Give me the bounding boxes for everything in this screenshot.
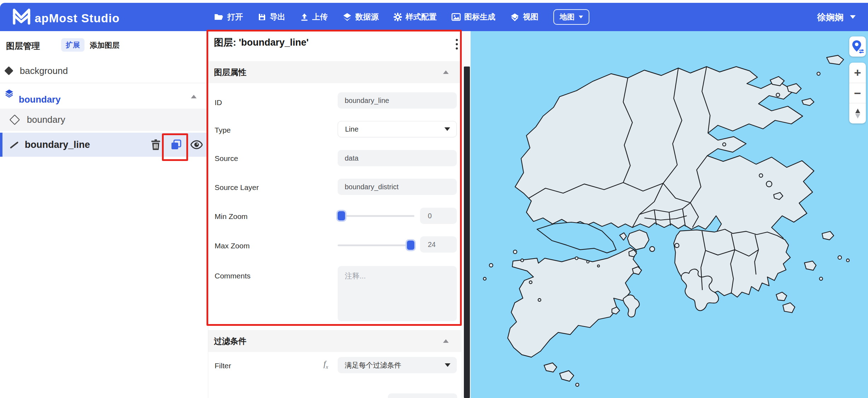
zoom-control-group: + −	[849, 63, 866, 123]
save-icon	[258, 13, 266, 21]
menu-export[interactable]: 导出	[258, 12, 285, 22]
menu-icon-generate[interactable]: 图标生成	[452, 12, 495, 22]
user-name: 徐娴娴	[817, 11, 844, 23]
section-layer-properties[interactable]: 图层属性	[208, 61, 461, 83]
top-navigation-bar: apMost Studio 打开 导出 上传	[0, 3, 868, 31]
chevron-down-icon	[850, 15, 856, 19]
max-zoom-value: 24	[420, 236, 457, 253]
slider-track[interactable]	[338, 215, 414, 217]
collapse-caret-icon[interactable]	[191, 95, 197, 98]
user-menu[interactable]: 徐娴娴	[817, 3, 856, 31]
layer-manager-sidebar: 图层管理 扩展 添加图层 background boundary boundar…	[0, 31, 208, 398]
fx-expression-icon[interactable]: fx	[324, 359, 328, 370]
add-layer-button[interactable]: 添加图层	[90, 40, 120, 50]
layer-label: boundary_line	[25, 139, 90, 150]
type-select[interactable]: Line	[338, 121, 457, 137]
min-zoom-slider[interactable]	[338, 211, 414, 220]
source-layer-input[interactable]	[338, 179, 457, 195]
min-zoom-value: 0	[420, 208, 457, 224]
comments-textarea[interactable]	[338, 266, 457, 321]
source-input[interactable]	[338, 150, 457, 166]
chevron-down-icon	[579, 16, 583, 18]
collapse-caret-icon	[443, 70, 449, 74]
layer-group-boundary[interactable]: boundary	[0, 85, 208, 108]
group-label: boundary	[19, 94, 60, 105]
slider-handle[interactable]	[407, 241, 414, 250]
max-zoom-slider[interactable]	[338, 241, 414, 250]
id-input[interactable]	[338, 92, 457, 109]
diamond-icon	[4, 66, 13, 75]
filter-mode-select[interactable]: 满足每个过滤条件	[338, 357, 457, 373]
duplicate-layer-button[interactable]	[170, 138, 182, 151]
scrollbar-thumb[interactable]	[464, 67, 470, 398]
layer-item-boundary[interactable]: boundary	[0, 109, 208, 131]
field-label-type: Type	[215, 126, 231, 134]
layer-actions	[149, 138, 203, 151]
selected-indicator-bar	[0, 133, 2, 157]
brand-title: apMost Studio	[35, 12, 120, 25]
image-icon	[452, 13, 461, 21]
menu-view[interactable]: 视图	[510, 12, 538, 22]
mapmost-studio-window: apMost Studio 打开 导出 上传	[0, 0, 868, 398]
map-mode-select[interactable]: 地图	[553, 9, 589, 25]
section-filter-conditions[interactable]: 过滤条件	[208, 330, 461, 352]
window-top-strip	[0, 0, 868, 3]
chevron-down-icon	[445, 363, 450, 367]
delete-layer-button[interactable]	[149, 138, 162, 151]
sidebar-header: 图层管理 扩展 添加图层	[0, 38, 208, 54]
kebab-menu-icon[interactable]	[452, 37, 462, 52]
visibility-eye-icon[interactable]	[190, 138, 203, 151]
sidebar-title: 图层管理	[6, 40, 40, 52]
top-menu: 打开 导出 上传 数据源	[214, 3, 589, 31]
view-layers-icon	[510, 13, 519, 21]
field-label-comments: Comments	[215, 272, 251, 280]
panel-title: 图层: 'boundary_line'	[214, 36, 309, 49]
menu-datasource[interactable]: 数据源	[343, 12, 379, 22]
layer-properties-panel: 图层: 'boundary_line' 图层属性 ID Type Line So…	[208, 31, 470, 398]
field-label-filter: Filter	[215, 362, 231, 370]
hong-kong-districts-map	[471, 31, 868, 398]
field-label-min-zoom: Min Zoom	[215, 212, 247, 221]
menu-style-config[interactable]: 样式配置	[394, 12, 437, 22]
menu-open[interactable]: 打开	[214, 12, 243, 22]
menu-upload[interactable]: 上传	[300, 12, 328, 22]
layer-item-boundary-line-selected[interactable]: boundary_line	[0, 133, 208, 157]
next-field-partial	[388, 393, 457, 398]
line-layer-icon	[8, 139, 19, 150]
layers-stack-icon	[5, 89, 14, 99]
slider-track[interactable]	[338, 244, 414, 246]
locate-settings-button[interactable]	[849, 36, 866, 57]
layer-label: background	[20, 65, 68, 76]
gear-icon	[394, 13, 402, 21]
panel-scrollbar[interactable]	[462, 31, 471, 398]
brand-logo[interactable]: apMost Studio	[11, 5, 120, 27]
field-label-max-zoom: Max Zoom	[215, 242, 250, 250]
diamond-outline-icon	[10, 115, 20, 125]
sidebar-divider	[0, 83, 208, 83]
folder-open-icon	[214, 13, 224, 21]
map-canvas[interactable]: + −	[471, 31, 868, 398]
field-label-source: Source	[215, 154, 238, 163]
layer-label: boundary	[27, 114, 65, 125]
zoom-out-button[interactable]: −	[849, 83, 866, 103]
mapmost-logo-icon	[11, 5, 33, 27]
chevron-down-icon	[444, 127, 450, 131]
extend-badge[interactable]: 扩展	[61, 38, 85, 52]
field-label-source-layer: Source Layer	[215, 183, 259, 192]
slider-handle[interactable]	[338, 211, 345, 220]
layer-item-background[interactable]: background	[0, 61, 208, 81]
field-label-id: ID	[215, 98, 222, 107]
upload-icon	[300, 13, 309, 21]
map-pin-icon	[852, 40, 864, 54]
compass-needle-icon	[854, 108, 861, 119]
datasource-icon	[343, 13, 352, 21]
compass-reset-button[interactable]	[849, 103, 866, 123]
zoom-in-button[interactable]: +	[849, 63, 866, 83]
collapse-caret-icon	[443, 339, 449, 343]
